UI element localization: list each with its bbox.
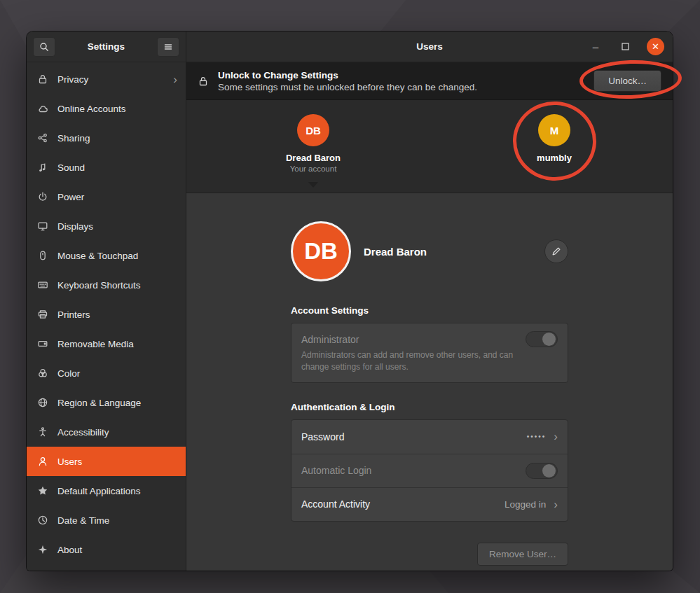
toggle-knob	[542, 464, 556, 477]
automatic-login-label: Automatic Login	[301, 465, 371, 476]
sidebar-item-online-accounts[interactable]: Online Accounts	[27, 94, 186, 123]
account-activity-label: Account Activity	[301, 498, 370, 510]
sidebar-item-displays[interactable]: Displays	[27, 211, 186, 241]
accessibility-icon	[37, 426, 48, 438]
sidebar-item-label: Color	[57, 368, 80, 379]
pencil-icon	[551, 246, 562, 257]
chevron-right-icon: ›	[173, 74, 177, 85]
administrator-row: Administrator Administrators can add and…	[291, 323, 568, 383]
printer-icon	[37, 309, 48, 320]
lock-icon	[198, 76, 209, 87]
sidebar-item-label: Online Accounts	[57, 104, 126, 114]
sidebar-item-date-time[interactable]: Date & Time	[27, 505, 186, 535]
sidebar-item-users[interactable]: Users	[27, 447, 186, 476]
user-subtitle: Your account	[290, 165, 337, 173]
sidebar-item-label: About	[57, 545, 82, 555]
sidebar-item-label: Default Applications	[57, 486, 141, 496]
titlebar: Users – ✕	[186, 32, 673, 62]
close-button[interactable]: ✕	[647, 38, 664, 55]
keyboard-icon	[37, 279, 48, 291]
search-icon	[39, 41, 50, 53]
window-controls: – ✕	[588, 38, 664, 55]
user-details-panel: DB Dread Baron Account Settings Administ…	[186, 193, 673, 571]
user-name: mumbly	[537, 153, 572, 163]
chevron-right-icon: ›	[554, 498, 558, 510]
sidebar-item-label: Date & Time	[57, 515, 109, 526]
chevron-right-icon: ›	[554, 431, 558, 442]
avatar-initials: DB	[306, 125, 321, 137]
sidebar-item-label: Keyboard Shortcuts	[57, 280, 141, 291]
power-icon	[37, 191, 48, 202]
profile-row: DB Dread Baron	[291, 221, 568, 281]
unlock-banner-title: Unlock to Change Settings	[218, 70, 477, 81]
lock-icon	[37, 74, 48, 85]
edit-name-button[interactable]	[544, 239, 568, 263]
unlock-banner-text: Unlock to Change Settings Some settings …	[218, 70, 477, 92]
sidebar-item-color[interactable]: Color	[27, 358, 186, 388]
sidebar-item-label: Removable Media	[57, 339, 134, 349]
main-panel: Users – ✕ Unlock to Change Settings Some…	[186, 32, 673, 571]
sidebar-item-label: Displays	[57, 221, 93, 232]
menu-button[interactable]	[157, 37, 179, 57]
profile-name: Dread Baron	[364, 246, 427, 258]
sidebar-item-accessibility[interactable]: Accessibility	[27, 417, 186, 447]
sidebar-title: Settings	[61, 41, 151, 52]
sidebar-header: Settings	[27, 32, 186, 62]
minimize-button[interactable]: –	[588, 39, 603, 55]
user-name: Dread Baron	[286, 153, 341, 163]
sidebar-item-label: Printers	[57, 309, 90, 320]
avatar-initials: M	[550, 125, 559, 137]
music-note-icon	[37, 162, 48, 173]
sidebar-item-label: Accessibility	[57, 427, 109, 438]
sidebar-item-label: Region & Language	[57, 398, 141, 408]
star-icon	[37, 485, 48, 496]
avatar-initials: DB	[304, 238, 338, 265]
toggle-knob	[542, 333, 556, 346]
account-activity-value: Logged in	[505, 499, 546, 510]
sidebar-list: Privacy › Online Accounts Sharing Sound	[27, 62, 186, 571]
search-button[interactable]	[33, 37, 55, 57]
profile-avatar: DB	[291, 221, 351, 281]
auth-login-list: Password ••••• › Automatic Login Account…	[291, 419, 568, 522]
sparkle-icon	[37, 544, 48, 555]
unlock-button[interactable]: Unlock…	[593, 70, 661, 92]
sidebar-item-default-applications[interactable]: Default Applications	[27, 476, 186, 505]
sidebar-item-privacy[interactable]: Privacy ›	[27, 64, 186, 94]
share-icon	[37, 132, 48, 144]
sidebar-item-printers[interactable]: Printers	[27, 300, 186, 329]
maximize-button[interactable]	[617, 39, 633, 55]
selected-user-arrow-icon	[308, 182, 318, 188]
automatic-login-row: Automatic Login	[291, 454, 568, 487]
clock-icon	[37, 515, 48, 526]
sidebar-item-sharing[interactable]: Sharing	[27, 123, 186, 153]
remove-user-button[interactable]: Remove User…	[477, 543, 568, 566]
sidebar-item-sound[interactable]: Sound	[27, 153, 186, 182]
password-row[interactable]: Password ••••• ›	[291, 420, 568, 454]
sidebar-item-power[interactable]: Power	[27, 182, 186, 211]
sidebar-item-label: Sharing	[57, 133, 90, 144]
user-carousel: DB Dread Baron Your account M mumbly	[186, 100, 673, 193]
sidebar-item-label: Power	[57, 192, 84, 202]
sidebar-item-removable-media[interactable]: Removable Media	[27, 329, 186, 358]
user-chip-mumbly[interactable]: M mumbly	[505, 114, 603, 163]
avatar: M	[538, 114, 570, 146]
sidebar-item-about[interactable]: About	[27, 535, 186, 564]
unlock-banner-subtitle: Some settings must be unlocked before th…	[218, 82, 477, 92]
avatar: DB	[297, 114, 329, 146]
globe-icon	[37, 397, 48, 408]
hamburger-icon	[163, 41, 174, 53]
removable-media-icon	[37, 338, 48, 349]
automatic-login-toggle[interactable]	[526, 463, 558, 479]
sidebar-item-label: Mouse & Touchpad	[57, 251, 138, 261]
account-activity-row[interactable]: Account Activity Logged in ›	[291, 487, 568, 521]
users-icon	[37, 456, 48, 467]
display-icon	[37, 221, 48, 232]
sidebar-item-region-language[interactable]: Region & Language	[27, 388, 186, 417]
auth-login-header: Authentication & Login	[291, 402, 568, 412]
sidebar-item-mouse-touchpad[interactable]: Mouse & Touchpad	[27, 241, 186, 270]
sidebar-item-label: Sound	[57, 162, 85, 173]
sidebar-item-keyboard-shortcuts[interactable]: Keyboard Shortcuts	[27, 270, 186, 300]
account-settings-header: Account Settings	[291, 305, 568, 316]
user-chip-dread-baron[interactable]: DB Dread Baron Your account	[264, 114, 362, 173]
administrator-toggle[interactable]	[526, 331, 558, 347]
